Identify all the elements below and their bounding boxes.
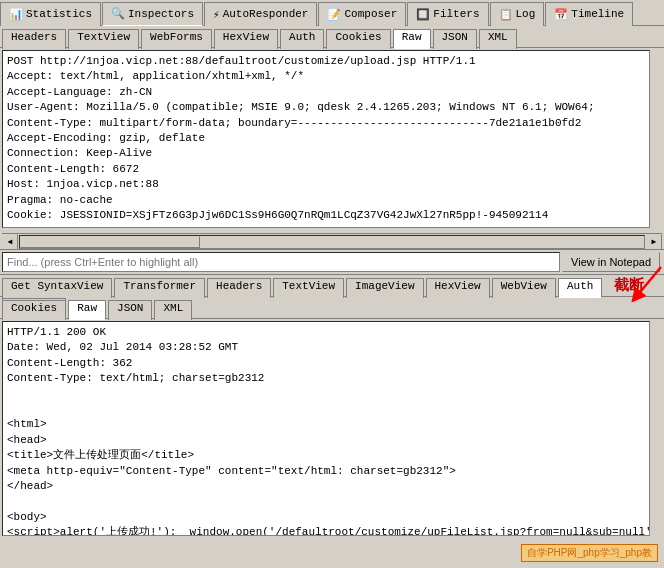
tab-composer[interactable]: 📝 Composer bbox=[318, 2, 406, 26]
tab-filters-label: Filters bbox=[433, 8, 479, 20]
svg-line-1 bbox=[636, 267, 661, 297]
tab-timeline-label: Timeline bbox=[571, 8, 624, 20]
statistics-icon: 📊 bbox=[9, 8, 23, 21]
resp-sub-tab-cookies[interactable]: Cookies bbox=[2, 300, 66, 320]
tab-inspectors-label: Inspectors bbox=[128, 8, 194, 20]
find-input[interactable] bbox=[2, 252, 560, 272]
sub-tab-webforms[interactable]: WebForms bbox=[141, 29, 212, 49]
mid-tab-headers[interactable]: Headers bbox=[207, 278, 271, 298]
mid-tab-hexview[interactable]: HexView bbox=[426, 278, 490, 298]
watermark: 自学PHP网_php学习_php教 bbox=[521, 544, 658, 562]
tab-timeline[interactable]: 📅 Timeline bbox=[545, 2, 633, 26]
tab-statistics-label: Statistics bbox=[26, 8, 92, 20]
scroll-thumb[interactable] bbox=[20, 236, 200, 248]
tab-autoresponder[interactable]: ⚡ AutoResponder bbox=[204, 2, 317, 26]
resp-sub-tab-raw[interactable]: Raw bbox=[68, 300, 106, 320]
request-sub-tabs: Headers TextView WebForms HexView Auth C… bbox=[0, 26, 664, 48]
scroll-right-arrow[interactable]: ▶ bbox=[646, 234, 662, 250]
tab-log-label: Log bbox=[516, 8, 536, 20]
sub-tab-raw[interactable]: Raw bbox=[393, 29, 431, 49]
sub-tab-headers[interactable]: Headers bbox=[2, 29, 66, 49]
sub-tab-textview[interactable]: TextView bbox=[68, 29, 139, 49]
request-text-area[interactable]: POST http://1njoa.vicp.net:88/defaultroo… bbox=[2, 50, 650, 228]
resp-sub-tab-json[interactable]: JSON bbox=[108, 300, 152, 320]
inspectors-icon: 🔍 bbox=[111, 7, 125, 20]
h-scrollbar[interactable]: ◀ ▶ bbox=[2, 233, 662, 249]
tab-log[interactable]: 📋 Log bbox=[490, 2, 545, 26]
tab-statistics[interactable]: 📊 Statistics bbox=[0, 2, 101, 26]
mid-tab-getsyntaxview[interactable]: Get SyntaxView bbox=[2, 278, 112, 298]
notepad-btn-wrapper: View in Notepad bbox=[562, 252, 664, 272]
response-area-wrapper: HTTP/1.1 200 OK Date: Wed, 02 Jul 2014 0… bbox=[0, 319, 664, 568]
top-section: Headers TextView WebForms HexView Auth C… bbox=[0, 26, 664, 275]
tab-filters[interactable]: 🔲 Filters bbox=[407, 2, 488, 26]
tab-composer-label: Composer bbox=[344, 8, 397, 20]
sub-tab-json[interactable]: JSON bbox=[433, 29, 477, 49]
timeline-icon: 📅 bbox=[554, 8, 568, 21]
red-arrow-annotation bbox=[606, 262, 664, 302]
resp-sub-tab-xml[interactable]: XML bbox=[154, 300, 192, 320]
sub-tab-auth[interactable]: Auth bbox=[280, 29, 324, 49]
tab-autoresponder-label: AutoResponder bbox=[223, 8, 309, 20]
mid-tab-transformer[interactable]: Transformer bbox=[114, 278, 205, 298]
middle-tab-bar: Get SyntaxView Transformer Headers TextV… bbox=[0, 275, 664, 297]
bottom-section: Get SyntaxView Transformer Headers TextV… bbox=[0, 275, 664, 568]
main-wrapper: 📊 Statistics 🔍 Inspectors ⚡ AutoResponde… bbox=[0, 0, 664, 568]
find-bar: View in Notepad bbox=[0, 249, 664, 275]
mid-tab-webview[interactable]: WebView bbox=[492, 278, 556, 298]
mid-tab-imageview[interactable]: ImageView bbox=[346, 278, 423, 298]
sub-tab-cookies[interactable]: Cookies bbox=[326, 29, 390, 49]
request-area-wrapper: POST http://1njoa.vicp.net:88/defaultroo… bbox=[0, 48, 664, 233]
log-icon: 📋 bbox=[499, 8, 513, 21]
response-sub-tabs: Cookies Raw JSON XML bbox=[0, 297, 664, 319]
sub-tab-hexview[interactable]: HexView bbox=[214, 29, 278, 49]
response-text-area[interactable]: HTTP/1.1 200 OK Date: Wed, 02 Jul 2014 0… bbox=[2, 321, 650, 536]
tab-inspectors[interactable]: 🔍 Inspectors bbox=[102, 2, 203, 26]
autoresponder-icon: ⚡ bbox=[213, 8, 220, 21]
filters-icon: 🔲 bbox=[416, 8, 430, 21]
scroll-left-arrow[interactable]: ◀ bbox=[2, 234, 18, 250]
mid-tab-textview[interactable]: TextView bbox=[273, 278, 344, 298]
composer-icon: 📝 bbox=[327, 8, 341, 21]
sub-tab-xml[interactable]: XML bbox=[479, 29, 517, 49]
mid-tab-auth[interactable]: Auth bbox=[558, 278, 602, 298]
top-tab-bar: 📊 Statistics 🔍 Inspectors ⚡ AutoResponde… bbox=[0, 0, 664, 26]
scroll-track[interactable] bbox=[19, 235, 645, 249]
